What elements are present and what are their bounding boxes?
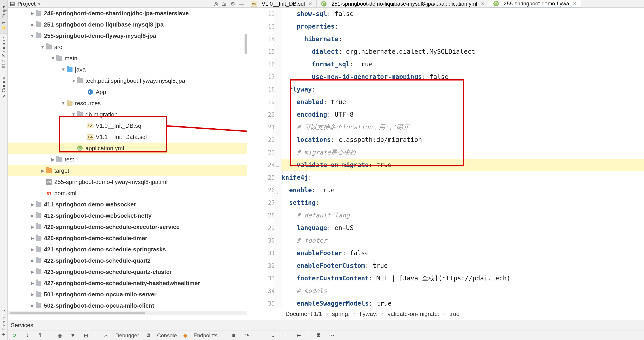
rail-item-project[interactable]: 📁1: Project: [0, 0, 8, 34]
rail-item-commit[interactable]: ✔Commit: [0, 72, 8, 102]
tree-row[interactable]: ▶411-springboot-demo-websocket: [8, 199, 247, 210]
tree-row[interactable]: ▶target: [8, 165, 247, 176]
tab-console[interactable]: Console: [157, 332, 177, 339]
breadcrumb-item[interactable]: spring:: [332, 311, 350, 318]
close-icon[interactable]: ✕: [481, 1, 484, 6]
tree-row[interactable]: ▶412-springboot-demo-websocket-netty: [8, 210, 247, 221]
fold-marker[interactable]: −: [276, 167, 279, 170]
add-icon[interactable]: ⊞: [83, 332, 90, 339]
tab-debugger[interactable]: Debugger: [115, 332, 139, 339]
expand-arrow-icon[interactable]: ▶: [40, 165, 45, 176]
breadcrumb-item[interactable]: Document 1/1: [286, 311, 322, 318]
expand-arrow-icon[interactable]: ▶: [30, 266, 34, 278]
threads-icon[interactable]: ≡: [230, 332, 237, 339]
step-over-icon[interactable]: ↷: [244, 332, 250, 339]
scrollbar-thumb[interactable]: [10, 312, 145, 314]
code-line[interactable]: enable: true: [282, 184, 644, 196]
code-line[interactable]: # 可以支持多个location，用','隔开: [282, 121, 644, 134]
tree-row[interactable]: mpom.xml: [8, 187, 247, 199]
tree-row[interactable]: ▶427-springboot-demo-schedule-netty-hash…: [8, 278, 247, 289]
tree-row[interactable]: CApp: [8, 86, 247, 98]
code-line[interactable]: # models: [282, 285, 644, 297]
expand-icon[interactable]: ⇲: [221, 1, 228, 7]
breadcrumb-item[interactable]: flyway:: [360, 311, 378, 318]
tree-row[interactable]: ▼255-springboot-demo-flyway-mysql8-jpa: [8, 30, 247, 41]
tree-row[interactable]: ▼main: [8, 53, 247, 64]
code-line[interactable]: knife4j:: [282, 171, 644, 184]
expand-arrow-icon[interactable]: ▶: [51, 154, 55, 165]
code-line[interactable]: properties:: [282, 20, 644, 33]
tree-row[interactable]: ▶501-springboot-demo-opcua-milo-server: [8, 289, 247, 300]
code-line[interactable]: setting:: [282, 196, 644, 209]
code-line[interactable]: footerCustomContent: MIT | [Java 全栈](htt…: [282, 272, 644, 285]
tree-row[interactable]: ▶246-springboot-demo-shardingjdbc-jpa-ma…: [8, 8, 247, 19]
tree-row[interactable]: ▶421-springboot-demo-schedule-springtask…: [8, 244, 247, 255]
code-line[interactable]: # migrate是否校验: [282, 146, 644, 159]
code-line[interactable]: flyway:: [282, 83, 644, 96]
fold-marker[interactable]: −: [276, 191, 279, 195]
code-line[interactable]: show-sql: false: [282, 8, 644, 20]
tree-row[interactable]: ▼java: [8, 64, 247, 75]
editor-tab[interactable]: 255-springboot-demo-flywa✕: [489, 0, 581, 7]
code-line[interactable]: use-new-id-generator-mappings: false: [282, 71, 644, 83]
step-out-icon[interactable]: ↑: [282, 332, 289, 339]
code-line[interactable]: enabled: true: [282, 96, 644, 108]
expand-arrow-icon[interactable]: ▶: [30, 199, 34, 210]
code-line[interactable]: enableFooter: false: [282, 247, 644, 260]
tree-row[interactable]: ▼db.migration: [8, 109, 247, 120]
tree-row[interactable]: ▶420-springboot-demo-schedule-executor-s…: [8, 221, 247, 232]
code-line[interactable]: enableFooterCustom: true: [282, 260, 644, 272]
expand-arrow-icon[interactable]: ▶: [30, 19, 34, 30]
expand-arrow-icon[interactable]: ▶: [30, 289, 34, 300]
tree-row[interactable]: SQLV1.1__Init_Data.sql: [8, 131, 247, 143]
tree-row[interactable]: ▶251-springboot-demo-liquibase-mysql8-jp…: [8, 19, 247, 30]
breadcrumb-item[interactable]: validate-on-migrate:: [388, 311, 439, 318]
step-into-icon[interactable]: ↓: [256, 332, 263, 339]
tree-row[interactable]: ▼resources: [8, 98, 247, 109]
chevron-down-icon[interactable]: ▾: [38, 1, 40, 7]
step-into-force-icon[interactable]: ⇣: [270, 332, 276, 339]
expand-arrow-icon[interactable]: ▶: [30, 8, 34, 19]
expand-arrow-icon[interactable]: ▼: [30, 30, 34, 41]
editor-tab[interactable]: SQLV1.0__Init_DB.sql✕: [247, 0, 316, 7]
expand-arrow-icon[interactable]: ▼: [72, 75, 76, 86]
code-line[interactable]: language: en-US: [282, 222, 644, 234]
code-line[interactable]: # footer: [282, 234, 644, 247]
tab-endpoints[interactable]: Endpoints: [194, 332, 218, 339]
tree-row[interactable]: ▶422-springboot-demo-schedule-quartz: [8, 255, 247, 266]
tree-row[interactable]: ▼src: [8, 41, 247, 53]
tree-row[interactable]: ▶test: [8, 154, 247, 165]
tree-row[interactable]: iml255-springboot-demo-flyway-mysql8-jpa…: [8, 176, 247, 187]
code-line[interactable]: encoding: UTF-8: [282, 108, 644, 121]
editor-tab[interactable]: 251-springboot-demo-liquibase-mysql8-jpa…: [316, 0, 489, 7]
more-icon[interactable]: »: [102, 332, 109, 339]
expand-arrow-icon[interactable]: ▶: [30, 244, 34, 255]
editor-code-area[interactable]: show-sql: false properties: hibernate: d…: [282, 8, 644, 308]
code-line[interactable]: locations: classpath:db/migration: [282, 134, 644, 146]
filter-down-icon[interactable]: ⤓: [24, 332, 30, 339]
close-icon[interactable]: ✕: [308, 1, 312, 6]
rerun-icon[interactable]: ↻: [11, 332, 18, 339]
tree-row[interactable]: ▼tech.pdai.springboot.flyway.mysql8.jpa: [8, 75, 247, 86]
code-line[interactable]: # default lang: [282, 209, 644, 222]
grid-icon[interactable]: ▦: [56, 332, 63, 339]
run-to-cursor-icon[interactable]: ↦: [296, 332, 302, 339]
tree-row[interactable]: ▶423-springboot-demo-schedule-quartz-clu…: [8, 266, 247, 278]
rail-item-structure[interactable]: ▤7: Structure: [0, 34, 8, 72]
expand-arrow-icon[interactable]: ▼: [61, 64, 66, 75]
rail-item-favorites[interactable]: ★Favorites: [0, 307, 8, 340]
expand-arrow-icon[interactable]: ▶: [30, 300, 34, 311]
filter-up-icon[interactable]: ⤒: [37, 332, 44, 339]
code-line[interactable]: dialect: org.hibernate.dialect.MySQLDial…: [282, 45, 644, 58]
tree-horizontal-scrollbar[interactable]: [8, 311, 247, 315]
filter-icon[interactable]: ▼: [70, 332, 76, 339]
tree-row[interactable]: ▶502-springboot-demo-opcua-milo-client: [8, 300, 247, 311]
code-line[interactable]: validate-on-migrate: true: [282, 159, 644, 171]
hide-icon[interactable]: —: [238, 1, 244, 7]
project-tree[interactable]: ▶246-springboot-demo-shardingjdbc-jpa-ma…: [8, 8, 247, 311]
gear-icon[interactable]: ⚙: [230, 1, 236, 7]
expand-arrow-icon[interactable]: ▼: [40, 41, 45, 53]
expand-arrow-icon[interactable]: ▶: [30, 255, 34, 266]
evaluate-icon[interactable]: 🖩: [315, 332, 322, 339]
code-line[interactable]: hibernate:: [282, 33, 644, 45]
